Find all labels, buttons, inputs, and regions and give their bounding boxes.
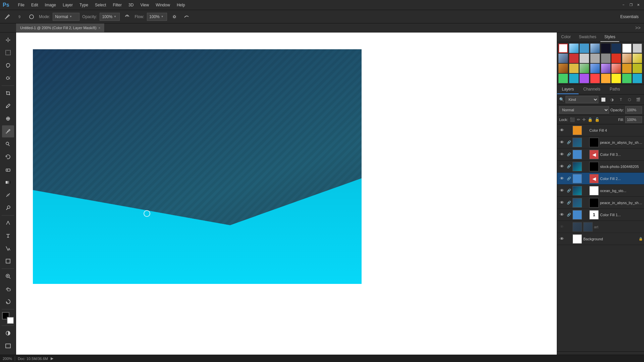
- filter-smart-btn[interactable]: 🎬: [635, 96, 642, 103]
- opacity-input[interactable]: [625, 106, 642, 114]
- history-brush-tool[interactable]: [2, 151, 14, 163]
- lock-all-btn[interactable]: 🔓: [595, 117, 600, 122]
- style-swatch[interactable]: [622, 64, 632, 73]
- blur-tool[interactable]: [2, 189, 14, 201]
- style-swatch[interactable]: [580, 74, 589, 83]
- canvas-area[interactable]: [16, 33, 557, 362]
- shape-tool[interactable]: [2, 255, 14, 267]
- gradient-tool[interactable]: [2, 176, 14, 188]
- style-swatch[interactable]: [633, 64, 642, 73]
- style-swatch[interactable]: [569, 54, 579, 63]
- style-swatch[interactable]: [633, 74, 642, 83]
- tab-paths[interactable]: Paths: [605, 85, 625, 94]
- flow-value[interactable]: 100% ▼: [147, 13, 167, 21]
- status-arrow[interactable]: ▶: [51, 356, 53, 361]
- clone-stamp-tool[interactable]: [2, 138, 14, 150]
- style-swatch[interactable]: [633, 44, 642, 53]
- quick-mask-btn[interactable]: [2, 327, 14, 339]
- menu-filter[interactable]: Filter: [109, 1, 125, 9]
- style-swatch[interactable]: [622, 74, 632, 83]
- style-swatch[interactable]: [622, 54, 632, 63]
- menu-edit[interactable]: Edit: [28, 1, 42, 9]
- layer-visibility-toggle[interactable]: 👁: [558, 188, 565, 193]
- style-swatch[interactable]: [611, 74, 621, 83]
- layer-row[interactable]: 👁 🔗 stock-photo-160448205: [557, 161, 644, 173]
- lock-draw-btn[interactable]: ✏: [577, 117, 580, 122]
- layer-row[interactable]: 👁 🔗 1 Color Fill 1...: [557, 209, 644, 221]
- path-select-tool[interactable]: [2, 242, 14, 254]
- airbrush-btn[interactable]: [170, 12, 179, 21]
- tab-swatches[interactable]: Swatches: [575, 33, 600, 42]
- brush-tool[interactable]: [2, 125, 14, 137]
- menu-window[interactable]: Window: [152, 1, 173, 9]
- style-swatch[interactable]: [558, 74, 568, 83]
- tab-close-btn[interactable]: ×: [99, 26, 101, 30]
- menu-help[interactable]: Help: [173, 1, 189, 9]
- smooth-btn[interactable]: [182, 12, 191, 21]
- style-swatch[interactable]: [611, 64, 621, 73]
- style-swatch[interactable]: [590, 54, 600, 63]
- style-swatch[interactable]: [611, 54, 621, 63]
- layer-visibility-toggle[interactable]: 👁: [558, 200, 565, 205]
- eraser-tool[interactable]: [2, 164, 14, 176]
- layer-visibility-toggle[interactable]: 👁: [558, 140, 565, 145]
- style-swatch[interactable]: [569, 44, 579, 53]
- text-tool[interactable]: [2, 230, 14, 242]
- style-swatch[interactable]: [622, 44, 632, 53]
- style-swatch[interactable]: [569, 64, 579, 73]
- background-color[interactable]: [7, 317, 14, 324]
- opacity-value[interactable]: 100% ▼: [100, 13, 120, 21]
- menu-file[interactable]: File: [15, 1, 28, 9]
- layer-visibility-toggle[interactable]: 👁: [558, 152, 565, 157]
- filter-text-btn[interactable]: T: [617, 96, 625, 103]
- restore-button[interactable]: ❐: [628, 2, 634, 8]
- style-swatch[interactable]: [601, 44, 610, 53]
- panel-collapse-btn[interactable]: >>: [633, 24, 643, 31]
- rotate-view-tool[interactable]: [2, 296, 14, 308]
- screen-mode-btn[interactable]: [2, 340, 14, 352]
- menu-view[interactable]: View: [137, 1, 152, 9]
- healing-tool[interactable]: [2, 113, 14, 125]
- layer-visibility-toggle[interactable]: 👁: [558, 224, 565, 229]
- style-swatch[interactable]: [611, 44, 621, 53]
- essentials-button[interactable]: Essentials: [618, 13, 641, 20]
- filter-shape-btn[interactable]: ⬡: [626, 96, 633, 103]
- layer-row[interactable]: 👁 🔗 ◀ Color Fill 3...: [557, 148, 644, 161]
- style-swatch[interactable]: [580, 64, 589, 73]
- style-swatch[interactable]: [569, 74, 579, 83]
- layer-row[interactable]: 👁 🔗 peace_in_abyss_by_sht...: [557, 136, 644, 148]
- close-button[interactable]: ✕: [635, 2, 641, 8]
- layer-visibility-toggle[interactable]: 👁: [558, 164, 565, 169]
- quick-select-tool[interactable]: [2, 72, 14, 84]
- crop-tool[interactable]: [2, 87, 14, 99]
- style-swatch[interactable]: [601, 54, 610, 63]
- lock-position-btn[interactable]: ✛: [582, 117, 586, 122]
- tab-layers[interactable]: Layers: [557, 85, 579, 94]
- style-swatch[interactable]: [558, 64, 568, 73]
- menu-image[interactable]: Image: [42, 1, 59, 9]
- layer-row[interactable]: 👁 🔗 peace_in_abyss_by_sht...: [557, 197, 644, 209]
- lasso-tool[interactable]: [2, 59, 14, 71]
- menu-select[interactable]: Select: [92, 1, 109, 9]
- color-picker[interactable]: [2, 312, 14, 324]
- minimize-button[interactable]: −: [621, 2, 627, 8]
- tab-styles[interactable]: Styles: [600, 33, 620, 42]
- style-swatch[interactable]: [601, 64, 610, 73]
- layer-row[interactable]: 👁 Color Fill 4: [557, 124, 644, 136]
- layer-visibility-toggle[interactable]: 👁: [558, 176, 565, 181]
- hand-tool[interactable]: [2, 283, 14, 295]
- tab-color[interactable]: Color: [557, 33, 575, 42]
- lock-pixels-btn[interactable]: ⬛: [570, 117, 575, 122]
- tab-channels[interactable]: Channels: [579, 85, 605, 94]
- layer-visibility-toggle[interactable]: 👁: [558, 212, 565, 217]
- brush-preset-btn[interactable]: [27, 12, 36, 21]
- fill-input[interactable]: [625, 116, 642, 123]
- move-tool[interactable]: [2, 34, 14, 46]
- layer-visibility-toggle[interactable]: 👁: [558, 128, 565, 133]
- style-swatch[interactable]: [580, 54, 589, 63]
- filter-kind-select[interactable]: Kind: [566, 96, 598, 103]
- blend-mode-select[interactable]: Normal: [559, 106, 609, 114]
- layer-row-background[interactable]: 👁 Background 🔒: [557, 233, 644, 245]
- style-swatch[interactable]: [633, 54, 642, 63]
- document-tab[interactable]: Untitled-1 @ 200% (Color Fill 2, Layer M…: [16, 23, 105, 32]
